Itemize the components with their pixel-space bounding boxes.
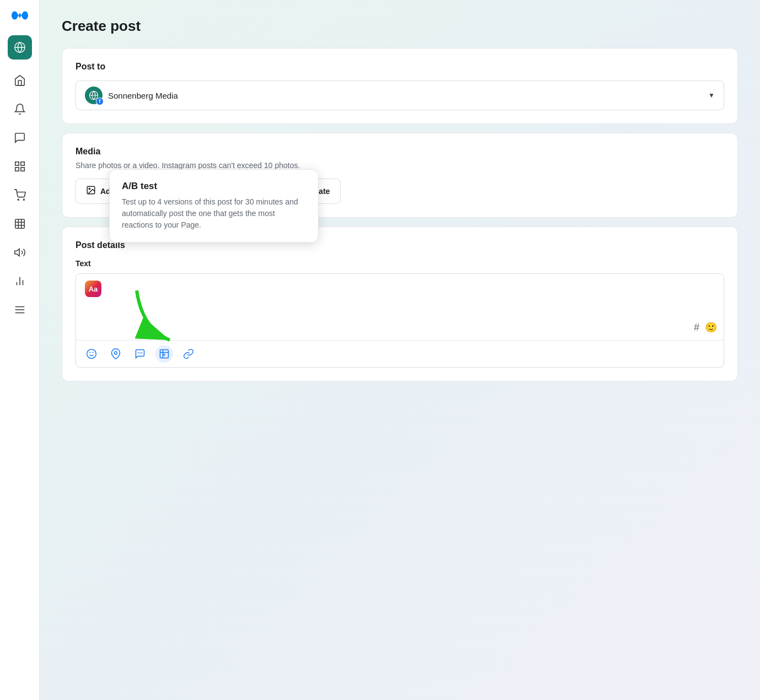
meta-logo [10, 9, 30, 24]
sidebar-item-table[interactable] [8, 212, 32, 236]
post-to-label: Post to [76, 62, 724, 72]
sidebar [0, 0, 40, 700]
svg-point-22 [87, 349, 96, 359]
page-title: Create post [62, 18, 738, 35]
text-area-inner[interactable]: Aa # 🙂 [76, 274, 724, 340]
post-details-card: Post details Text Aa # 🙂 [62, 227, 738, 381]
link-toolbar-icon[interactable] [180, 345, 197, 363]
text-toolbar [76, 340, 724, 367]
media-subtitle: Share photos or a video. Instagram posts… [76, 161, 724, 170]
ab-test-description: Test up to 4 versions of this post for 3… [122, 196, 306, 231]
main-content: Create post Post to f Sonnenberg Media ▼… [40, 0, 760, 700]
svg-marker-8 [14, 249, 19, 256]
workspace-avatar[interactable] [8, 35, 32, 60]
text-area-wrapper: Aa # 🙂 [76, 273, 724, 368]
emoji-toolbar-icon[interactable] [83, 345, 100, 363]
svg-rect-2 [20, 162, 24, 165]
ab-test-tooltip: A/B test Test up to 4 versions of this p… [109, 169, 319, 243]
add-photo-icon [86, 185, 96, 197]
svg-rect-4 [15, 168, 18, 171]
svg-point-17 [89, 188, 90, 189]
post-to-dropdown[interactable]: f Sonnenberg Media ▼ [76, 80, 724, 110]
facebook-badge: f [96, 98, 104, 105]
svg-point-25 [115, 352, 117, 354]
hashtag-icon[interactable]: # [694, 322, 699, 333]
sidebar-item-campaigns[interactable] [8, 240, 32, 265]
svg-point-5 [18, 199, 19, 200]
messenger-toolbar-icon[interactable] [131, 345, 149, 363]
account-icon: f [85, 87, 103, 104]
aa-formatting-icon[interactable]: Aa [85, 281, 101, 297]
emoji-face-icon[interactable]: 🙂 [705, 321, 717, 333]
text-tools-right: # 🙂 [694, 321, 717, 333]
sidebar-item-shop[interactable] [8, 183, 32, 207]
location-toolbar-icon[interactable] [107, 345, 125, 363]
sidebar-item-notifications[interactable] [8, 97, 32, 121]
sidebar-item-menu[interactable] [8, 298, 32, 322]
post-to-card: Post to f Sonnenberg Media ▼ [62, 48, 738, 124]
ab-test-title: A/B test [122, 181, 306, 192]
sidebar-item-analytics[interactable] [8, 269, 32, 293]
media-label: Media [76, 147, 724, 157]
account-name: Sonnenberg Media [108, 91, 178, 100]
svg-point-6 [23, 199, 24, 200]
svg-point-26 [163, 354, 165, 356]
ab-test-toolbar-icon[interactable] [155, 345, 173, 363]
svg-rect-3 [20, 168, 24, 171]
text-field-label: Text [76, 259, 724, 268]
sidebar-item-content[interactable] [8, 154, 32, 179]
sidebar-item-messages[interactable] [8, 126, 32, 150]
chevron-down-icon: ▼ [708, 91, 715, 99]
sidebar-item-home[interactable] [8, 68, 32, 93]
svg-rect-7 [15, 219, 24, 229]
svg-rect-1 [15, 162, 18, 165]
